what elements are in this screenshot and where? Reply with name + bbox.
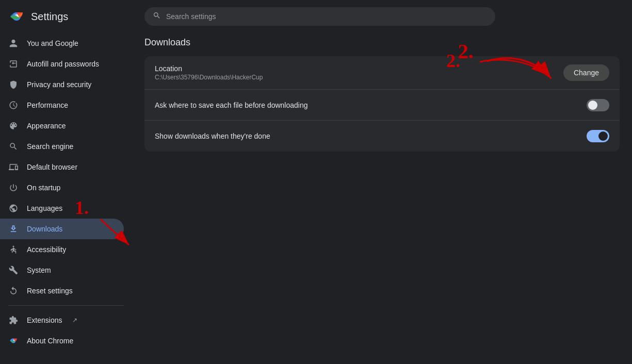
sidebar-item-label: Reset settings	[27, 287, 73, 295]
power-icon	[8, 183, 19, 193]
ask-where-label: Ask where to save each file before downl…	[155, 101, 587, 109]
search-input[interactable]	[166, 12, 487, 21]
show-downloads-toggle[interactable]	[587, 130, 609, 142]
annotation-container: Location C:\Users\35796\Downloads\Hacker…	[144, 56, 620, 152]
location-content: Location C:\Users\35796\Downloads\Hacker…	[155, 64, 563, 81]
autofill-icon	[8, 59, 19, 69]
about-chrome-icon	[8, 336, 19, 346]
ask-where-toggle[interactable]	[587, 99, 609, 111]
appearance-icon	[8, 121, 19, 131]
ask-where-row: Ask where to save each file before downl…	[144, 90, 620, 121]
sidebar-item-about-chrome[interactable]: About Chrome	[0, 330, 124, 351]
ask-where-content: Ask where to save each file before downl…	[155, 101, 587, 109]
sidebar-item-label: You and Google	[27, 39, 78, 47]
sidebar-item-extensions[interactable]: Extensions ↗	[0, 310, 124, 330]
sidebar-item-label: System	[27, 266, 51, 274]
sidebar-item-accessibility[interactable]: Accessibility	[0, 239, 124, 260]
accessibility-icon	[8, 244, 19, 255]
downloads-card: Location C:\Users\35796\Downloads\Hacker…	[144, 56, 620, 152]
content-area: Downloads Location C:\Users\35796\Downlo…	[132, 33, 632, 364]
location-row: Location C:\Users\35796\Downloads\Hacker…	[144, 56, 620, 90]
section-title: Downloads	[144, 33, 620, 48]
sidebar-item-privacy[interactable]: Privacy and security	[0, 74, 124, 95]
chrome-logo-icon	[8, 8, 25, 25]
sidebar-item-label: Downloads	[27, 225, 62, 233]
person-icon	[8, 38, 19, 48]
sidebar-item-system[interactable]: System	[0, 260, 124, 280]
sidebar-item-reset-settings[interactable]: Reset settings	[0, 280, 124, 301]
shield-icon	[8, 79, 19, 90]
location-label: Location	[155, 64, 563, 73]
globe-icon	[8, 203, 19, 213]
show-downloads-content: Show downloads when they're done	[155, 132, 587, 140]
sidebar-item-downloads[interactable]: Downloads	[0, 219, 124, 239]
extensions-icon	[8, 315, 19, 325]
search-icon	[153, 11, 161, 22]
main-content: Downloads Location C:\Users\35796\Downlo…	[132, 0, 632, 364]
svg-point-2	[13, 246, 14, 247]
sidebar-item-on-startup[interactable]: On startup	[0, 177, 124, 198]
sidebar-item-label: Privacy and security	[27, 80, 91, 89]
sidebar-item-search-engine[interactable]: Search engine	[0, 136, 124, 157]
sidebar-item-appearance[interactable]: Appearance	[0, 115, 124, 136]
show-downloads-slider	[587, 130, 609, 142]
browser-icon	[8, 162, 19, 172]
sidebar-item-label: Appearance	[27, 122, 66, 130]
search-icon	[8, 141, 19, 152]
sidebar-item-autofill[interactable]: Autofill and passwords	[0, 54, 124, 74]
sidebar-nav: You and Google Autofill and passwords Pr…	[0, 33, 132, 364]
sidebar-item-default-browser[interactable]: Default browser	[0, 157, 124, 177]
ask-where-slider	[587, 99, 609, 111]
nav-divider	[8, 305, 124, 306]
sidebar-item-label: Accessibility	[27, 245, 66, 254]
system-icon	[8, 265, 19, 275]
external-link-icon: ↗	[72, 317, 77, 324]
sidebar-item-label: On startup	[27, 184, 60, 192]
download-icon	[8, 224, 19, 234]
search-bar[interactable]	[144, 7, 495, 26]
show-downloads-label: Show downloads when they're done	[155, 132, 587, 140]
show-downloads-row: Show downloads when they're done	[144, 121, 620, 152]
sidebar-header: Settings	[0, 0, 132, 33]
sidebar-item-label: About Chrome	[27, 337, 73, 345]
location-path: C:\Users\35796\Downloads\HackerCup	[155, 74, 563, 81]
sidebar: Settings You and Google Autofill and pas…	[0, 0, 132, 364]
reset-icon	[8, 286, 19, 296]
sidebar-item-label: Extensions	[27, 316, 62, 324]
topbar	[132, 0, 632, 33]
sidebar-item-label: Performance	[27, 101, 68, 109]
sidebar-item-label: Search engine	[27, 142, 73, 151]
sidebar-item-label: Default browser	[27, 163, 77, 171]
sidebar-item-label: Autofill and passwords	[27, 60, 99, 68]
performance-icon	[8, 100, 19, 110]
sidebar-item-languages[interactable]: Languages	[0, 198, 124, 219]
sidebar-item-label: Languages	[27, 204, 62, 212]
change-button[interactable]: Change	[563, 64, 609, 81]
sidebar-item-you-and-google[interactable]: You and Google	[0, 33, 124, 54]
sidebar-item-performance[interactable]: Performance	[0, 95, 124, 115]
app-title: Settings	[31, 11, 68, 23]
